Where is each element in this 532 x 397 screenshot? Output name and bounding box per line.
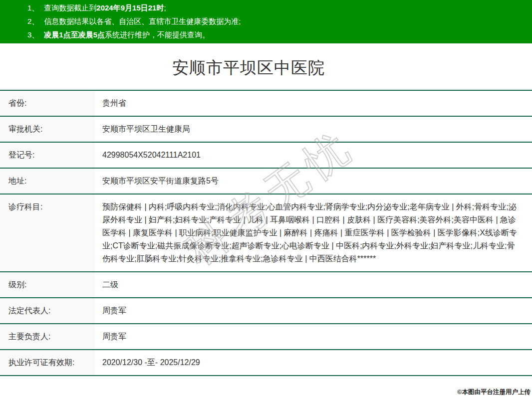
notice-text-segment: 凌晨1点至凌晨5点 bbox=[44, 30, 105, 39]
notice-number: 1、 bbox=[27, 3, 39, 12]
row-value: 周贵军 bbox=[95, 298, 532, 323]
table-row: 执业许可证有效期:2020/12/30 -至- 2025/12/29 bbox=[0, 350, 532, 376]
row-value: 安顺市平坝区卫生健康局 bbox=[95, 117, 532, 142]
notice-text-segment: 信息数据结果以各省、自治区、直辖市卫生健康委数据为准; bbox=[44, 17, 241, 25]
row-value: 安顺市平坝区安平街道康复路5号 bbox=[95, 169, 532, 194]
copyright-note: ©本图由平台注册用户上传 bbox=[457, 388, 531, 397]
notice-item-1: 1、查询数据截止到2024年9月15日21时; bbox=[27, 1, 532, 14]
row-label: 地址: bbox=[0, 169, 95, 194]
table-row: 法定代表人:周贵军 bbox=[0, 298, 532, 324]
row-value: 周贵军 bbox=[95, 324, 532, 349]
notice-number: 2、 bbox=[27, 17, 39, 25]
table-row: 级别:二级 bbox=[0, 272, 532, 298]
row-label: 诊疗科目: bbox=[0, 195, 95, 271]
notice-text-segment: 查询数据截止到 bbox=[44, 3, 96, 12]
row-value: 二级 bbox=[95, 272, 532, 297]
row-label: 级别: bbox=[0, 272, 95, 297]
notice-text-segment: 2024年9月15日21时 bbox=[96, 3, 164, 12]
page-title: 安顺市平坝区中医院 bbox=[0, 57, 497, 79]
table-row: 主要负责人:周贵军 bbox=[0, 324, 532, 350]
row-value: 2020/12/30 -至- 2025/12/29 bbox=[95, 350, 532, 375]
table-row: 省份:贵州省 bbox=[0, 91, 532, 117]
notice-number: 3、 bbox=[27, 30, 39, 39]
row-label: 省份: bbox=[0, 91, 95, 116]
notice-item-3: 3、凌晨1点至凌晨5点系统进行维护，不能提供查询。 bbox=[27, 28, 532, 41]
row-label: 登记号: bbox=[0, 143, 95, 168]
table-row: 审批机关:安顺市平坝区卫生健康局 bbox=[0, 117, 532, 143]
row-label: 执业许可证有效期: bbox=[0, 350, 95, 375]
table-row: 地址:安顺市平坝区安平街道康复路5号 bbox=[0, 169, 532, 195]
row-value: 贵州省 bbox=[95, 91, 532, 116]
table-row: 诊疗科目:预防保健科 | 内科;呼吸内科专业;消化内科专业;心血管内科专业;肾病… bbox=[0, 195, 532, 272]
row-value: 预防保健科 | 内科;呼吸内科专业;消化内科专业;心血管内科专业;肾病学专业;内… bbox=[95, 195, 532, 271]
row-label: 法定代表人: bbox=[0, 298, 95, 323]
row-value: 42998054X52042111A2101 bbox=[95, 143, 532, 168]
row-label: 审批机关: bbox=[0, 117, 95, 142]
notice-item-2: 2、信息数据结果以各省、自治区、直辖市卫生健康委数据为准; bbox=[27, 14, 532, 28]
info-table: 省份:贵州省审批机关:安顺市平坝区卫生健康局登记号:42998054X52042… bbox=[0, 90, 532, 376]
table-row: 登记号:42998054X52042111A2101 bbox=[0, 143, 532, 169]
notice-bar: 1、查询数据截止到2024年9月15日21时;2、信息数据结果以各省、自治区、直… bbox=[0, 0, 532, 43]
notice-text-segment: ; bbox=[164, 3, 166, 12]
notice-list: 1、查询数据截止到2024年9月15日21时;2、信息数据结果以各省、自治区、直… bbox=[0, 1, 532, 41]
row-label: 主要负责人: bbox=[0, 324, 95, 349]
notice-text-segment: 系统进行维护，不能提供查询。 bbox=[105, 30, 210, 39]
